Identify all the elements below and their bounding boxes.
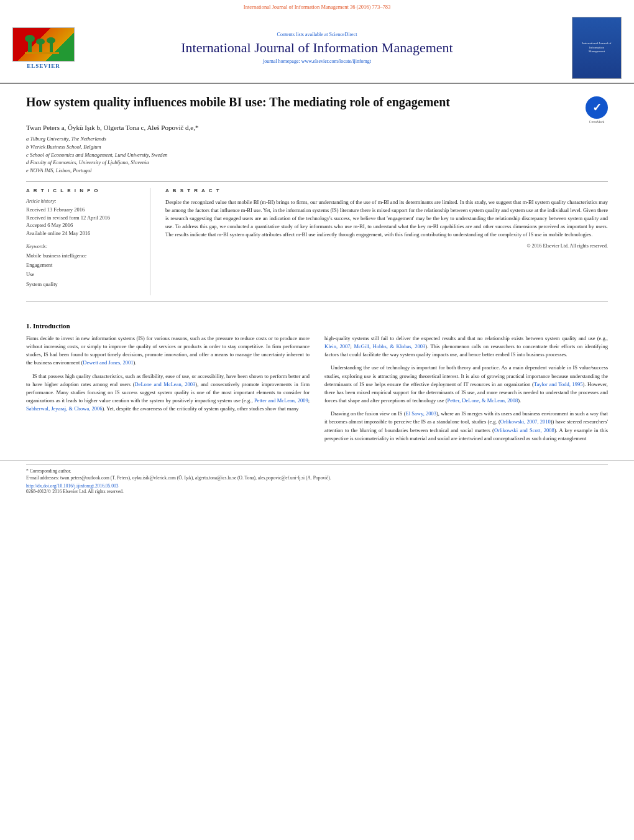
affiliation-b: b Vlerick Business School, Belgium: [26, 143, 608, 151]
copyright-footer: 0268-4012/© 2016 Elsevier Ltd. All right…: [26, 489, 608, 494]
header-center: Contents lists available at ScienceDirec…: [87, 32, 547, 64]
taylor-todd-link[interactable]: Taylor and Todd, 1995: [534, 381, 583, 387]
email-label: E-mail addresses:: [26, 475, 59, 481]
elsevier-logo-box: [12, 27, 75, 62]
article-title-section: How system quality influences mobile BI …: [26, 94, 608, 119]
article-info-abstract: A R T I C L E I N F O Article history: R…: [26, 188, 608, 295]
abstract-heading: A B S T R A C T: [165, 188, 608, 193]
journal-title: International Journal of Information Man…: [99, 40, 535, 56]
authors-line: Twan Peters a, Öykü Işık b, Olgerta Tona…: [26, 124, 608, 131]
article-info-col: A R T I C L E I N F O Article history: R…: [26, 188, 150, 295]
svg-rect-6: [25, 52, 59, 54]
keywords-label: Keywords:: [26, 244, 140, 249]
body-two-col: Firms decide to invest in new informatio…: [26, 335, 608, 448]
delone-link[interactable]: DeLone and McLean, 2003: [135, 381, 196, 387]
elsevier-tree-icon: [22, 34, 65, 58]
page-wrapper: International Journal of Information Man…: [0, 0, 634, 840]
body-para-1: Firms decide to invest in new informatio…: [26, 335, 310, 367]
affiliation-e: e NOVA IMS, Lisbon, Portugal: [26, 167, 608, 175]
journal-header: ELSEVIER Contents lists available at Sci…: [0, 12, 634, 84]
body-para-4: Understanding the use of technology is i…: [324, 364, 608, 405]
article-info-heading: A R T I C L E I N F O: [26, 188, 140, 193]
authors-text: Twan Peters a, Öykü Işık b, Olgerta Tona…: [26, 124, 198, 131]
article-area: How system quality influences mobile BI …: [0, 84, 634, 316]
accepted-date: Accepted 6 May 2016: [26, 221, 140, 229]
crossmark-icon: ✓: [586, 96, 608, 119]
article-history-group: Article history: Received 13 February 20…: [26, 198, 140, 238]
elsawy-link[interactable]: El Sawy, 2003: [406, 410, 436, 417]
body-para-3: high-quality systems still fail to deliv…: [324, 335, 608, 359]
doi-line[interactable]: http://dx.doi.org/10.1016/j.ijinfomgt.20…: [26, 483, 608, 489]
elsevier-wordmark: ELSEVIER: [27, 63, 60, 69]
affiliation-d: d Faculty of Economics, University of Lj…: [26, 159, 608, 167]
journal-cover: International Journal ofInformationManag…: [572, 17, 622, 79]
contents-label: Contents lists available at: [277, 32, 328, 37]
divider-2: [26, 302, 608, 302]
journal-cover-text: International Journal ofInformationManag…: [582, 42, 612, 54]
keyword-1: Mobile business intelligence: [26, 251, 140, 261]
orlikowski-scott-link[interactable]: Orlikowski and Scott, 2008: [494, 427, 554, 433]
divider-1: [26, 181, 608, 182]
main-body: 1. Introduction Firms decide to invest i…: [0, 316, 634, 460]
petter-mclean-link[interactable]: Petter and McLean, 2009: [254, 397, 308, 404]
received-date: Received 13 February 2016: [26, 206, 140, 214]
abstract-col: A B S T R A C T Despite the recognized v…: [165, 188, 608, 295]
affiliations: a Tilburg University, The Netherlands b …: [26, 135, 608, 175]
body-col-left: Firms decide to invest in new informatio…: [26, 335, 310, 448]
homepage-label: journal homepage:: [263, 58, 300, 64]
svg-point-3: [36, 39, 45, 45]
available-online-date: Available online 24 May 2016: [26, 229, 140, 238]
body-para-5: Drawing on the fusion view on IS (El Saw…: [324, 410, 608, 443]
banner-text: International Journal of Information Man…: [244, 4, 390, 10]
orlikowski-link[interactable]: Orlikowski, 2007, 2010: [500, 418, 551, 425]
keyword-2: Engagement: [26, 261, 140, 270]
abstract-text: Despite the recognized value that mobile…: [165, 198, 608, 239]
footnote-area: * Corresponding author. E-mail addresses…: [0, 460, 634, 497]
crossmark: ✓ CrossMark: [586, 96, 608, 119]
keyword-4: System quality: [26, 280, 140, 289]
email-values: twan.peters@outlook.com (T. Peters), oyk…: [60, 475, 331, 481]
journal-homepage: journal homepage: www.elsevier.com/locat…: [99, 58, 535, 64]
svg-point-5: [47, 37, 55, 44]
klein-link[interactable]: Klein, 2007: [324, 343, 351, 349]
article-history-label: Article history:: [26, 198, 140, 204]
sciencedirect-link[interactable]: ScienceDirect: [329, 32, 357, 37]
corresponding-author: * Corresponding author.: [26, 468, 608, 474]
email-addresses: E-mail addresses: twan.peters@outlook.co…: [26, 474, 608, 481]
affiliation-c: c School of Economics and Management, Lu…: [26, 151, 608, 159]
body-para-2: IS that possess high quality characteris…: [26, 372, 310, 413]
article-title: How system quality influences mobile BI …: [26, 94, 450, 110]
body-col-right: high-quality systems still fail to deliv…: [324, 335, 608, 448]
dewett-link[interactable]: Dewett and Jones, 2001: [83, 359, 133, 366]
keywords-list: Mobile business intelligence Engagement …: [26, 251, 140, 289]
petter-delone-link[interactable]: Petter, DeLone, & McLean, 2008: [448, 397, 518, 404]
header-left: ELSEVIER: [12, 27, 87, 69]
received-revised-date: Received in revised form 12 April 2016: [26, 214, 140, 222]
section1-title: 1. Introduction: [26, 322, 608, 330]
mcgill-link[interactable]: McGill, Hobbs, & Klobas, 2003: [354, 343, 425, 349]
sabherwal-link[interactable]: Sabherwal, Jeyaraj, & Chowa, 2006: [26, 405, 103, 412]
keywords-group: Keywords: Mobile business intelligence E…: [26, 244, 140, 289]
crossmark-label: CrossMark: [586, 120, 608, 124]
homepage-link[interactable]: www.elsevier.com/locate/ijinfomgt: [301, 58, 371, 64]
contents-line: Contents lists available at ScienceDirec…: [99, 32, 535, 37]
top-banner: International Journal of Information Man…: [0, 0, 634, 12]
header-right: International Journal ofInformationManag…: [547, 17, 622, 79]
copyright-line: © 2016 Elsevier Ltd. All rights reserved…: [165, 243, 608, 249]
keyword-3: Use: [26, 270, 140, 279]
svg-point-1: [25, 35, 35, 42]
affiliation-a: a Tilburg University, The Netherlands: [26, 135, 608, 143]
elsevier-logo: ELSEVIER: [12, 27, 75, 69]
